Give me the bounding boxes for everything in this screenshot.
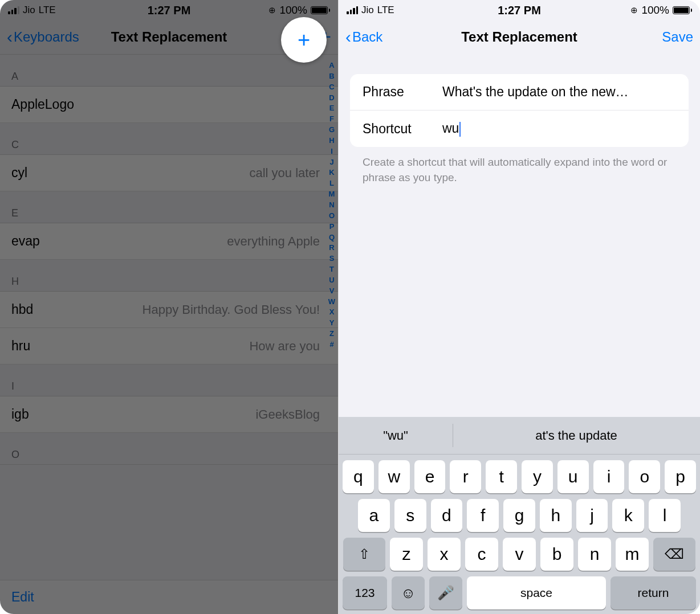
section-header: C [0, 123, 338, 155]
key-z[interactable]: z [390, 538, 423, 571]
key-d[interactable]: d [431, 499, 463, 532]
shortcut-value: wu [442, 121, 459, 136]
index-letter[interactable]: V [329, 286, 335, 297]
index-letter[interactable]: M [329, 189, 335, 200]
phrase-input[interactable]: What's the update on the new… [442, 84, 676, 100]
phrase-label: Phrase [363, 84, 442, 100]
suggestion-bar: "wu" at's the update [339, 417, 700, 455]
index-letter[interactable]: X [329, 307, 335, 318]
key-shift[interactable]: ⇧ [343, 538, 385, 571]
shortcut-value: iGeeksBlog [255, 407, 320, 422]
key-y[interactable]: y [522, 460, 553, 493]
keyboard-row-1: q w e r t y u i o p [339, 455, 700, 493]
key-l[interactable]: l [649, 499, 681, 532]
key-return[interactable]: return [611, 576, 696, 609]
index-letter[interactable]: E [329, 103, 335, 114]
shortcut-key: evap [11, 234, 40, 249]
key-n[interactable]: n [578, 538, 611, 571]
key-e[interactable]: e [414, 460, 446, 493]
battery-icon [311, 6, 330, 14]
key-p[interactable]: p [665, 460, 696, 493]
index-letter[interactable]: W [328, 297, 335, 308]
key-j[interactable]: j [576, 499, 608, 532]
index-letter[interactable]: A [329, 60, 334, 71]
key-t[interactable]: t [486, 460, 517, 493]
index-letter[interactable]: K [329, 167, 334, 178]
list-item[interactable]: hru How are you [0, 328, 338, 365]
index-strip[interactable]: A B C D E F G H I J K L M N O P Q R S T … [325, 60, 338, 608]
section-header: A [0, 55, 338, 87]
shortcut-value: Happy Birthday. God Bless You! [143, 302, 320, 317]
emoji-icon: ☺ [401, 584, 416, 602]
index-letter[interactable]: N [329, 200, 334, 211]
keyboard[interactable]: "wu" at's the update q w e r t y u i o p… [339, 417, 700, 614]
screen-text-replacement-list: Jio LTE 1:27 PM ⊕ 100% ‹ Keyboards Text … [0, 0, 338, 614]
key-f[interactable]: f [467, 499, 499, 532]
index-letter[interactable]: G [329, 125, 335, 136]
index-letter[interactable]: R [329, 243, 334, 253]
key-m[interactable]: m [616, 538, 649, 571]
index-letter[interactable]: J [329, 157, 333, 168]
clock-label: 1:27 PM [0, 4, 338, 17]
key-delete[interactable]: ⌫ [653, 538, 695, 571]
index-letter[interactable]: Z [329, 329, 334, 339]
index-letter[interactable]: L [329, 178, 334, 189]
key-u[interactable]: u [557, 460, 589, 493]
clock-label: 1:27 PM [339, 4, 700, 17]
index-letter[interactable]: D [329, 93, 334, 104]
suggestion[interactable]: at's the update [453, 417, 700, 454]
replacements-list[interactable]: A AppleLogo C cyl call you later E evap … [0, 55, 338, 614]
index-letter[interactable]: F [329, 114, 334, 125]
key-123[interactable]: 123 [343, 576, 387, 609]
form: Phrase What's the update on the new… Sho… [339, 55, 700, 185]
highlight-add-button[interactable]: + [281, 17, 327, 63]
suggestion[interactable]: "wu" [339, 417, 453, 454]
key-a[interactable]: a [358, 499, 390, 532]
index-letter[interactable]: B [329, 71, 334, 82]
key-dictation[interactable]: 🎤 [429, 576, 462, 609]
index-letter[interactable]: P [329, 222, 335, 232]
key-b[interactable]: b [540, 538, 573, 571]
key-space[interactable]: space [467, 576, 606, 609]
list-item[interactable]: evap everything Apple [0, 223, 338, 260]
key-w[interactable]: w [379, 460, 410, 493]
key-g[interactable]: g [503, 499, 535, 532]
nav-bar: ‹ Back Text Replacement Save [339, 19, 700, 55]
form-card: Phrase What's the update on the new… Sho… [350, 74, 689, 147]
edit-button[interactable]: Edit [11, 590, 34, 605]
index-letter[interactable]: O [329, 211, 335, 222]
index-letter[interactable]: Q [329, 232, 335, 243]
phrase-row[interactable]: Phrase What's the update on the new… [350, 74, 689, 110]
index-letter[interactable]: Y [329, 318, 335, 329]
list-item[interactable]: igb iGeeksBlog [0, 396, 338, 433]
key-x[interactable]: x [428, 538, 461, 571]
list-item[interactable]: hbd Happy Birthday. God Bless You! [0, 292, 338, 328]
shortcut-key: hbd [11, 302, 33, 317]
index-letter[interactable]: # [329, 339, 333, 350]
shortcut-value: How are you [249, 339, 320, 354]
list-item[interactable]: AppleLogo [0, 87, 338, 123]
index-letter[interactable]: U [329, 275, 334, 286]
index-letter[interactable]: H [329, 136, 334, 146]
key-v[interactable]: v [503, 538, 536, 571]
key-emoji[interactable]: ☺ [392, 576, 425, 609]
shortcut-value: call you later [249, 166, 320, 181]
index-letter[interactable]: I [331, 146, 333, 157]
index-letter[interactable]: T [329, 264, 334, 275]
index-letter[interactable]: C [329, 82, 334, 93]
shortcut-input[interactable]: wu [442, 121, 676, 137]
screen-text-replacement-edit: Jio LTE 1:27 PM ⊕ 100% ‹ Back Text Repla… [338, 0, 700, 614]
key-c[interactable]: c [465, 538, 498, 571]
key-h[interactable]: h [540, 499, 572, 532]
keyboard-row-2: a s d f g h j k l [339, 493, 700, 532]
key-i[interactable]: i [593, 460, 625, 493]
shortcut-key: cyl [11, 165, 27, 181]
key-s[interactable]: s [394, 499, 426, 532]
index-letter[interactable]: S [329, 253, 335, 264]
shortcut-row[interactable]: Shortcut wu [350, 110, 689, 147]
list-item[interactable]: cyl call you later [0, 155, 338, 191]
key-k[interactable]: k [612, 499, 644, 532]
key-r[interactable]: r [450, 460, 481, 493]
key-q[interactable]: q [343, 460, 374, 493]
key-o[interactable]: o [629, 460, 660, 493]
